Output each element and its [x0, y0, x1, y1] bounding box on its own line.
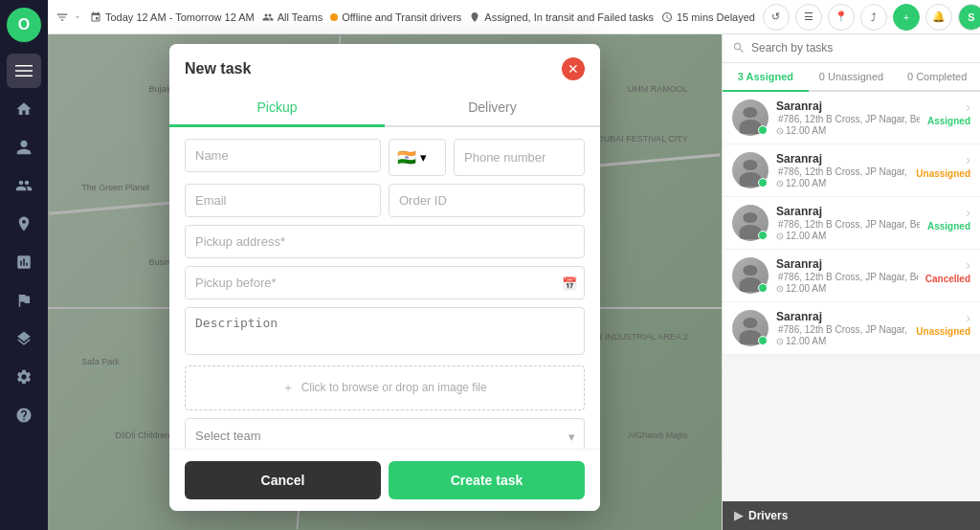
image-drop-zone[interactable]: ＋ Click to browse or drop an image file	[185, 365, 585, 410]
description-input[interactable]	[185, 307, 585, 355]
tasks-search-input[interactable]	[751, 41, 970, 55]
topbar-actions: ↺ ☰ 📍 ⤴ + 🔔 S	[763, 4, 980, 31]
task-chevron: ›	[966, 99, 970, 115]
task-driver-name: Saranraj	[776, 152, 908, 166]
share-button[interactable]: ⤴	[860, 4, 887, 31]
topbar-tasks-status[interactable]: Assigned, In transit and Failed tasks	[469, 11, 654, 23]
pickup-address-input[interactable]	[185, 225, 585, 258]
order-id-group	[389, 184, 585, 217]
tasks-list: Saranraj #786, 12th B Cross, JP Nagar, B…	[723, 92, 980, 501]
sidebar-item-help[interactable]	[7, 398, 41, 432]
svg-rect-2	[15, 76, 33, 77]
description-group	[185, 307, 585, 358]
task-avatar	[732, 152, 768, 188]
address-row	[185, 225, 585, 258]
email-group	[185, 184, 381, 217]
tasks-panel: ▼ Tasks 3 Assigned 0 Unassigned 0 Comple…	[722, 0, 980, 530]
task-time: 12.00 AM	[776, 231, 920, 241]
task-chevron: ›	[966, 257, 970, 273]
tab-pickup[interactable]: Pickup	[169, 90, 385, 127]
teams-text: All Teams	[278, 11, 323, 23]
phone-input[interactable]	[454, 139, 585, 176]
task-info: Saranraj #786, 12th B Cross, JP Nagar, B…	[776, 152, 908, 188]
task-label-area: › Unassigned	[916, 152, 970, 179]
topbar-filter[interactable]	[56, 11, 82, 24]
svg-rect-1	[15, 70, 33, 72]
task-item[interactable]: Saranraj #786, 12th B Cross, JP Nagar, B…	[723, 144, 980, 197]
clock-icon	[776, 338, 784, 345]
task-status-badge: Assigned	[927, 116, 970, 126]
sidebar-item-person[interactable]	[7, 130, 41, 165]
modal-close-button[interactable]: ✕	[562, 57, 585, 80]
topbar-teams[interactable]: All Teams	[262, 11, 323, 23]
task-item[interactable]: Saranraj #786, 12th B Cross, JP Nagar, B…	[723, 92, 980, 144]
tab-completed[interactable]: 0 Completed	[894, 63, 980, 92]
modal-body: 🇮🇳 ▾	[169, 127, 600, 449]
task-status-badge: Cancelled	[925, 274, 970, 284]
flag-chevron: ▾	[420, 150, 427, 165]
create-task-button[interactable]: Create task	[389, 461, 585, 499]
team-select[interactable]: Select team	[185, 418, 585, 449]
sidebar-item-menu[interactable]	[7, 54, 41, 88]
search-icon	[732, 41, 746, 55]
tab-assigned[interactable]: 3 Assigned	[723, 63, 809, 92]
tab-unassigned[interactable]: 0 Unassigned	[809, 63, 895, 92]
order-id-input[interactable]	[389, 184, 585, 217]
name-input[interactable]	[185, 139, 381, 172]
task-driver-name: Saranraj	[776, 205, 920, 218]
country-flag-selector[interactable]: 🇮🇳 ▾	[389, 139, 446, 176]
delay-text: 15 mins Delayed	[677, 11, 755, 23]
modal-header: New task ✕	[169, 44, 600, 90]
task-address: #786, 12th B Cross, JP Nagar, Bengaluru.	[776, 219, 920, 230]
sidebar-item-layers[interactable]	[7, 321, 41, 356]
task-label-area: › Assigned	[927, 99, 970, 126]
sidebar-item-flag[interactable]	[7, 283, 41, 318]
topbar-date-range[interactable]: Today 12 AM - Tomorrow 12 AM	[90, 11, 255, 23]
task-item[interactable]: Saranraj #786, 12th B Cross, JP Nagar, B…	[723, 197, 980, 250]
calendar-icon: 📅	[562, 276, 577, 290]
pickup-address-group	[185, 225, 585, 258]
name-phone-row: 🇮🇳 ▾	[185, 139, 585, 176]
drivers-section-label: Drivers	[748, 509, 788, 522]
task-address: #786, 12th B Cross, JP Nagar, Bengaluru.	[776, 324, 908, 335]
refresh-button[interactable]: ↺	[763, 4, 790, 31]
task-label-area: › Unassigned	[916, 310, 970, 337]
task-time: 12.00 AM	[776, 178, 908, 188]
task-avatar	[732, 205, 768, 241]
tab-delivery[interactable]: Delivery	[385, 90, 600, 127]
task-info: Saranraj #786, 12th B Cross, JP Nagar, B…	[776, 257, 918, 294]
topbar: Today 12 AM - Tomorrow 12 AM All Teams O…	[48, 0, 980, 34]
topbar-delay: 15 mins Delayed	[661, 11, 755, 23]
task-chevron: ›	[966, 310, 970, 325]
tasks-status-text: Assigned, In transit and Failed tasks	[484, 11, 654, 23]
sidebar-item-settings[interactable]	[7, 360, 41, 394]
task-driver-name: Saranraj	[776, 257, 918, 271]
notifications-button[interactable]: 🔔	[925, 4, 952, 31]
drivers-chevron-icon: ▶	[734, 509, 743, 522]
sidebar-item-home[interactable]	[7, 92, 41, 126]
sidebar-item-chart[interactable]	[7, 245, 41, 279]
task-status-badge: Unassigned	[916, 326, 970, 337]
drivers-section[interactable]: ▶ Drivers	[723, 501, 980, 530]
task-chevron: ›	[966, 205, 970, 220]
task-info: Saranraj #786, 12th B Cross, JP Nagar, B…	[776, 99, 920, 136]
sidebar-item-team[interactable]	[7, 168, 41, 203]
task-info: Saranraj #786, 12th B Cross, JP Nagar, B…	[776, 205, 920, 241]
task-item[interactable]: Saranraj #786, 12th B Cross, JP Nagar, B…	[723, 302, 980, 355]
cancel-button[interactable]: Cancel	[185, 461, 381, 499]
task-time: 12.00 AM	[776, 336, 908, 346]
topbar-driver-status[interactable]: Offline and Transit drivers	[330, 11, 461, 23]
pickup-before-input[interactable]	[185, 266, 585, 299]
new-task-modal: New task ✕ Pickup Delivery 🇮🇳 ▾	[169, 44, 600, 511]
sidebar-item-location[interactable]	[7, 207, 41, 241]
user-avatar[interactable]: S	[958, 4, 980, 31]
app-logo[interactable]: O	[7, 8, 41, 42]
add-task-button[interactable]: +	[893, 4, 920, 31]
list-view-button[interactable]: ☰	[795, 4, 822, 31]
task-item[interactable]: Saranraj #786, 12th B Cross, JP Nagar, B…	[723, 250, 980, 302]
map-view-button[interactable]: 📍	[828, 4, 855, 31]
task-time: 12.00 AM	[776, 283, 918, 294]
task-driver-name: Saranraj	[776, 310, 908, 323]
team-select-wrap: Select team ▾	[185, 418, 585, 449]
email-input[interactable]	[185, 184, 381, 217]
